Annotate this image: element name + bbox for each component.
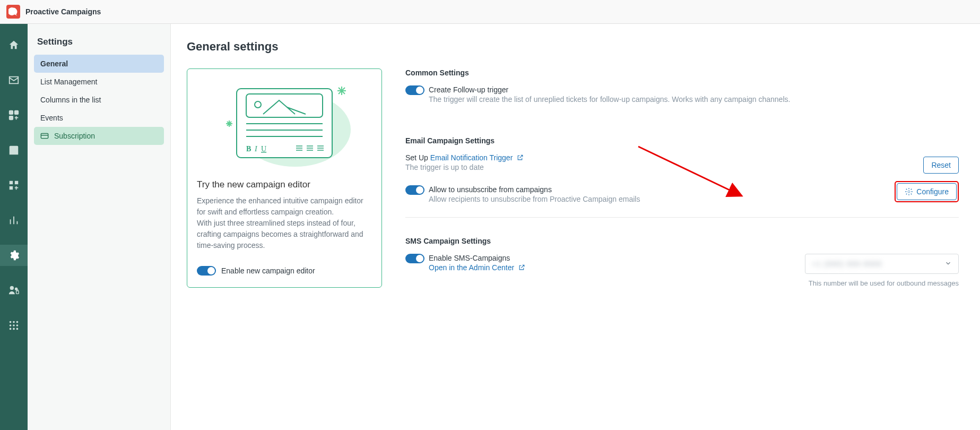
external-link-icon bbox=[517, 154, 524, 161]
sms-phone-value: +1 (000) 000-0000 bbox=[812, 260, 882, 268]
followup-label: Create Follow-up trigger bbox=[429, 85, 959, 94]
sms-enable-label: Enable SMS-Campaigns bbox=[429, 254, 525, 262]
gear-icon bbox=[905, 187, 913, 196]
svg-rect-3 bbox=[10, 147, 18, 153]
svg-point-16 bbox=[16, 328, 19, 330]
followup-desc: The trigger will create the list of unre… bbox=[429, 95, 959, 104]
sidebar-item-label: List Management bbox=[40, 78, 97, 86]
sidebar-item-label: Events bbox=[40, 114, 63, 122]
section-email: Email Campaign Settings Set Up Email Not… bbox=[405, 136, 959, 218]
section-common: Common Settings Create Follow-up trigger… bbox=[405, 68, 959, 117]
svg-rect-0 bbox=[10, 111, 13, 114]
sidebar-item-events[interactable]: Events bbox=[34, 109, 164, 127]
app-title: Proactive Campaigns bbox=[25, 7, 101, 16]
sms-phone-help: This number will be used for outbound me… bbox=[805, 279, 959, 287]
svg-rect-2 bbox=[10, 116, 13, 119]
external-link-icon bbox=[518, 264, 525, 271]
promo-illustration: B I U bbox=[197, 76, 372, 172]
sidebar-item-label: Columns in the list bbox=[40, 96, 101, 104]
unsubscribe-label: Allow to unsubscribe from campaigns bbox=[429, 185, 640, 194]
sidebar-item-label: General bbox=[40, 59, 68, 68]
rail-add-widget-icon[interactable] bbox=[0, 175, 28, 196]
svg-rect-7 bbox=[16, 291, 19, 294]
svg-rect-17 bbox=[41, 133, 48, 138]
rail-analytics-icon[interactable] bbox=[0, 210, 28, 231]
annotation-highlight: Configure bbox=[895, 181, 959, 202]
email-trigger-link[interactable]: Email Notification Trigger bbox=[430, 153, 524, 162]
svg-point-10 bbox=[16, 321, 19, 323]
svg-point-14 bbox=[10, 328, 12, 330]
rail-mail-icon[interactable] bbox=[0, 70, 28, 91]
email-trigger-setup: Set Up Email Notification Trigger bbox=[405, 153, 640, 162]
svg-rect-1 bbox=[15, 111, 18, 114]
section-title: SMS Campaign Settings bbox=[405, 237, 959, 245]
svg-point-37 bbox=[908, 191, 910, 193]
chevron-down-icon bbox=[944, 260, 952, 269]
page-title: General settings bbox=[187, 40, 959, 54]
svg-rect-6 bbox=[10, 186, 13, 190]
sms-phone-select[interactable]: +1 (000) 000-0000 bbox=[805, 254, 959, 274]
sidebar-item-general[interactable]: General bbox=[34, 55, 164, 73]
sidebar-item-columns[interactable]: Columns in the list bbox=[34, 91, 164, 109]
rail-settings-icon[interactable] bbox=[0, 245, 28, 266]
followup-toggle[interactable] bbox=[405, 85, 424, 95]
credit-card-icon bbox=[40, 132, 50, 140]
rail-apps-icon[interactable] bbox=[0, 315, 28, 336]
app-logo bbox=[6, 5, 20, 19]
svg-point-12 bbox=[13, 324, 15, 326]
sidebar-heading: Settings bbox=[34, 37, 164, 55]
sidebar-item-label: Subscription bbox=[54, 132, 95, 140]
unsubscribe-toggle[interactable] bbox=[405, 185, 424, 195]
email-trigger-status: The trigger is up to date bbox=[405, 163, 640, 171]
configure-button[interactable]: Configure bbox=[897, 183, 957, 200]
enable-editor-label: Enable new campaign editor bbox=[221, 266, 315, 275]
svg-text:B: B bbox=[246, 145, 251, 153]
svg-text:U: U bbox=[261, 145, 266, 153]
svg-point-15 bbox=[13, 328, 15, 330]
reset-button[interactable]: Reset bbox=[923, 157, 959, 174]
main-content: General settings B I bbox=[171, 24, 980, 430]
settings-sidebar: Settings General List Management Columns… bbox=[28, 24, 171, 430]
admin-center-link[interactable]: Open in the Admin Center bbox=[429, 263, 525, 272]
svg-point-13 bbox=[16, 324, 19, 326]
section-title: Common Settings bbox=[405, 68, 959, 77]
svg-rect-5 bbox=[15, 181, 18, 184]
rail-components-icon[interactable] bbox=[0, 105, 28, 126]
promo-card: B I U Try the new cam bbox=[187, 68, 382, 288]
sidebar-item-subscription[interactable]: Subscription bbox=[34, 127, 164, 145]
svg-point-9 bbox=[13, 321, 15, 323]
svg-rect-4 bbox=[10, 181, 13, 184]
sms-enable-toggle[interactable] bbox=[405, 254, 424, 263]
svg-point-11 bbox=[10, 324, 12, 326]
promo-body: Experience the enhanced intuitive campai… bbox=[197, 195, 372, 251]
enable-editor-toggle[interactable] bbox=[197, 266, 216, 276]
promo-title: Try the new campaign editor bbox=[197, 179, 372, 190]
rail-admin-icon[interactable] bbox=[0, 280, 28, 301]
rail-home-icon[interactable] bbox=[0, 35, 28, 56]
section-title: Email Campaign Settings bbox=[405, 136, 959, 145]
section-sms: SMS Campaign Settings Enable SMS-Campaig… bbox=[405, 237, 959, 301]
sidebar-item-list-management[interactable]: List Management bbox=[34, 73, 164, 91]
rail-library-icon[interactable] bbox=[0, 140, 28, 161]
topbar: Proactive Campaigns bbox=[0, 0, 980, 24]
svg-point-8 bbox=[10, 321, 12, 323]
unsubscribe-desc: Allow recipients to unsubscribe from Pro… bbox=[429, 195, 640, 203]
left-rail bbox=[0, 24, 28, 430]
